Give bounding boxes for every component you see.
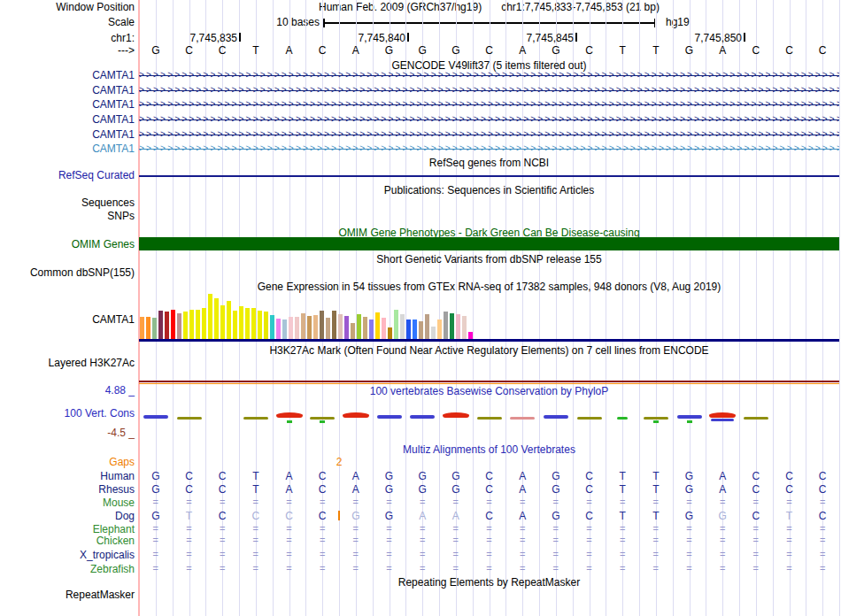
gene-transcript-row[interactable]: >>>>>>>>>>>>>>>>>>>>>>>>>>>>>>>>>>>>>>>>… (139, 143, 839, 154)
gene-transcript-row[interactable]: >>>>>>>>>>>>>>>>>>>>>>>>>>>>>>>>>>>>>>>>… (139, 70, 839, 81)
h3k27ac-line-darkred[interactable] (139, 381, 839, 382)
gtex-bar[interactable] (233, 311, 237, 339)
cons-mark-green-dot (653, 420, 659, 423)
gtex-bar[interactable] (177, 313, 181, 339)
species-label[interactable]: Dog (0, 510, 135, 522)
gtex-bar[interactable] (165, 312, 169, 339)
gtex-bar[interactable] (183, 312, 188, 339)
gtex-bar[interactable] (276, 319, 281, 339)
gtex-bar[interactable] (456, 314, 460, 339)
alignment-gap: = (415, 535, 429, 545)
label-layered-h3k27ac[interactable]: Layered H3K27Ac (0, 357, 135, 369)
gene-label[interactable]: CAMTA1 (0, 113, 135, 126)
gtex-bar[interactable] (338, 314, 343, 339)
gtex-bar[interactable] (344, 316, 349, 339)
gtex-bar[interactable] (158, 311, 163, 339)
gtex-bar[interactable] (357, 314, 361, 339)
gtex-bar[interactable] (214, 298, 219, 339)
gtex-bar[interactable] (382, 318, 386, 339)
label-gtex-gene[interactable]: CAMTA1 (0, 313, 135, 326)
gene-label[interactable]: CAMTA1 (0, 98, 135, 111)
gtex-bar[interactable] (220, 305, 225, 339)
gtex-bar[interactable] (351, 323, 355, 339)
gtex-bar[interactable] (425, 314, 429, 339)
gene-transcript-row[interactable]: >>>>>>>>>>>>>>>>>>>>>>>>>>>>>>>>>>>>>>>>… (139, 99, 839, 110)
species-label[interactable]: Zebrafish (0, 563, 135, 575)
ruler-tick (744, 33, 745, 42)
gtex-bar[interactable] (227, 301, 231, 339)
species-label[interactable]: Chicken (0, 535, 135, 547)
species-label[interactable]: Gaps (0, 456, 135, 468)
gtex-bar[interactable] (270, 315, 274, 339)
gtex-bar[interactable] (239, 306, 243, 339)
species-label[interactable]: Rhesus (0, 483, 135, 496)
gtex-bar[interactable] (413, 320, 417, 339)
omim-genes-bar[interactable] (139, 237, 839, 250)
gtex-bar[interactable] (171, 310, 175, 339)
h3k27ac-line-orange[interactable] (139, 383, 839, 385)
alignment-gap: = (382, 497, 397, 507)
gene-label[interactable]: CAMTA1 (0, 142, 135, 155)
gtex-bar[interactable] (189, 310, 194, 339)
gtex-bar[interactable] (152, 318, 157, 339)
label-100-vert-cons[interactable]: 100 Vert. Cons (0, 407, 135, 420)
gtex-bar[interactable] (369, 320, 374, 339)
gtex-bar[interactable] (332, 311, 336, 339)
alignment-gap: = (815, 549, 829, 559)
gtex-bar[interactable] (400, 314, 405, 339)
gtex-bar[interactable] (394, 310, 398, 339)
gtex-bar[interactable] (264, 312, 268, 339)
species-label[interactable]: Mouse (0, 497, 135, 509)
gtex-bar[interactable] (245, 308, 250, 339)
label-common-dbsnp[interactable]: Common dbSNP(155) (0, 266, 135, 279)
gtex-bar[interactable] (202, 308, 206, 339)
gtex-bar[interactable] (326, 318, 330, 339)
alignment-gap: = (149, 523, 163, 534)
gtex-bar[interactable] (320, 311, 324, 339)
gtex-bar[interactable] (295, 317, 299, 339)
gtex-bar[interactable] (313, 315, 318, 339)
gtex-bar[interactable] (375, 312, 380, 339)
sequence-base: C (782, 44, 798, 57)
species-label[interactable]: Human (0, 470, 135, 482)
label-sequences[interactable]: Sequences (0, 196, 135, 209)
label-omim-genes[interactable]: OMIM Genes (0, 238, 135, 250)
gtex-bar[interactable] (419, 321, 423, 339)
gtex-bar[interactable] (388, 327, 392, 339)
label-snps[interactable]: SNPs (0, 210, 135, 222)
gtex-bar[interactable] (301, 313, 305, 339)
gtex-bar[interactable] (450, 313, 454, 339)
alignment-base: C (214, 510, 230, 522)
gtex-bar[interactable] (251, 308, 256, 339)
gtex-bar[interactable] (289, 317, 293, 339)
gtex-bar[interactable] (468, 332, 473, 339)
gene-transcript-row[interactable]: >>>>>>>>>>>>>>>>>>>>>>>>>>>>>>>>>>>>>>>>… (139, 85, 839, 96)
gene-label[interactable]: CAMTA1 (0, 128, 135, 141)
gtex-bar[interactable] (437, 320, 442, 339)
gtex-bar[interactable] (406, 320, 411, 339)
gtex-bar[interactable] (363, 317, 367, 339)
gtex-bar[interactable] (282, 320, 287, 339)
gene-label[interactable]: CAMTA1 (0, 69, 135, 81)
species-label[interactable]: X_tropicalis (0, 549, 135, 561)
gtex-bar[interactable] (258, 311, 262, 339)
gtex-bar[interactable] (462, 316, 467, 339)
gtex-bar[interactable] (146, 317, 150, 339)
alignment-gap: = (215, 549, 229, 559)
alignment-base: G (148, 483, 164, 496)
label-repeatmasker[interactable]: RepeatMasker (0, 589, 135, 601)
gtex-bar[interactable] (431, 327, 436, 339)
gtex-bar[interactable] (444, 312, 448, 339)
gtex-bar[interactable] (196, 310, 200, 339)
gene-label[interactable]: CAMTA1 (0, 84, 135, 96)
alignment-gap: = (315, 563, 329, 574)
alignment-base: G (682, 510, 698, 522)
species-label[interactable]: Elephant (0, 523, 135, 535)
refseq-curated-line[interactable] (139, 175, 839, 177)
gene-transcript-row[interactable]: >>>>>>>>>>>>>>>>>>>>>>>>>>>>>>>>>>>>>>>>… (139, 129, 839, 140)
gtex-bar[interactable] (307, 316, 312, 339)
gtex-bar[interactable] (140, 317, 144, 339)
gene-transcript-row[interactable]: >>>>>>>>>>>>>>>>>>>>>>>>>>>>>>>>>>>>>>>>… (139, 114, 839, 125)
gtex-bar[interactable] (208, 294, 212, 339)
label-refseq-curated[interactable]: RefSeq Curated (0, 169, 135, 181)
